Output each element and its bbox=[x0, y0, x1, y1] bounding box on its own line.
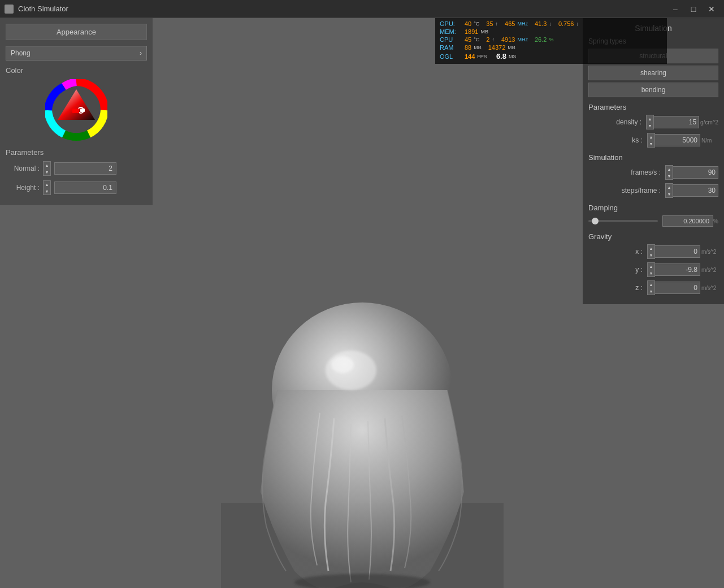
grav-z-input[interactable] bbox=[655, 282, 700, 294]
cpu-val2: 2 bbox=[486, 36, 489, 43]
density-up[interactable]: ▲ bbox=[647, 115, 653, 122]
gpu-stat-row: GPU: 40 °C 35 ↑ 465 MHz 41.3 ↓ 0.756 ↓ bbox=[440, 20, 579, 27]
shader-selected: Phong bbox=[11, 49, 31, 57]
ks-input-wrapper: ▲ ▼ N/m bbox=[647, 133, 718, 148]
damping-value[interactable]: 0.200000 bbox=[662, 215, 713, 227]
params-label: Parameters bbox=[6, 148, 147, 157]
color-label: Color bbox=[6, 66, 147, 75]
ks-up[interactable]: ▲ bbox=[648, 133, 654, 140]
grav-y-down[interactable]: ▼ bbox=[648, 270, 654, 276]
grav-z-label: z : bbox=[588, 284, 647, 292]
left-panel: Appearance Phong › Color bbox=[0, 18, 153, 205]
gravity-label: Gravity bbox=[588, 232, 718, 241]
ram-unit1: MB bbox=[474, 45, 482, 50]
density-input[interactable] bbox=[654, 116, 699, 128]
height-up[interactable]: ▲ bbox=[44, 181, 50, 188]
gpu-val3: 465 bbox=[505, 20, 515, 27]
svg-marker-6 bbox=[58, 89, 95, 120]
svg-rect-9 bbox=[80, 109, 85, 112]
height-input[interactable]: 0.1 bbox=[54, 181, 116, 194]
steps-down[interactable]: ▼ bbox=[666, 191, 673, 197]
ram-val2: 14372 bbox=[488, 44, 506, 51]
main-viewport: Appearance Phong › Color bbox=[0, 18, 724, 588]
density-label: density : bbox=[588, 118, 646, 126]
grav-z-spin[interactable]: ▲ ▼ bbox=[647, 280, 655, 295]
density-spin[interactable]: ▲ ▼ bbox=[646, 115, 654, 129]
cpu-unit2: ↑ bbox=[492, 37, 495, 42]
grav-z-wrapper: ▲ ▼ m/s^2 bbox=[647, 280, 718, 295]
dropdown-arrow: › bbox=[140, 49, 142, 57]
grav-z-up[interactable]: ▲ bbox=[648, 281, 654, 288]
density-down[interactable]: ▼ bbox=[647, 122, 653, 129]
cloth-scene bbox=[221, 277, 504, 588]
gpu-unit5: ↓ bbox=[576, 21, 579, 27]
left-params-section: Parameters Normal : ▲ ▼ 2 Height : ▲ ▼ 0… bbox=[6, 148, 147, 195]
bending-button[interactable]: bending bbox=[588, 83, 718, 97]
fps-row: frames/s : ▲ ▼ bbox=[588, 165, 718, 180]
cpu-unit1: °C bbox=[474, 37, 479, 42]
gpu-temp-unit: °C bbox=[474, 21, 479, 27]
normal-input[interactable]: 2 bbox=[54, 162, 116, 175]
damping-slider-track[interactable] bbox=[588, 220, 658, 222]
steps-up[interactable]: ▲ bbox=[666, 184, 673, 191]
damping-row: 0.200000 % bbox=[588, 215, 718, 227]
window-title: Cloth Simulator bbox=[18, 5, 68, 13]
grav-x-down[interactable]: ▼ bbox=[648, 252, 654, 258]
damping-unit: % bbox=[713, 218, 718, 224]
height-spin[interactable]: ▲ ▼ bbox=[43, 180, 51, 195]
normal-row: Normal : ▲ ▼ 2 bbox=[6, 161, 147, 176]
normal-up[interactable]: ▲ bbox=[44, 162, 50, 168]
height-down[interactable]: ▼ bbox=[44, 188, 50, 194]
fps-down[interactable]: ▼ bbox=[666, 172, 673, 179]
grav-x-row: x : ▲ ▼ m/s^2 bbox=[588, 244, 718, 259]
fps-spin[interactable]: ▲ ▼ bbox=[665, 165, 673, 180]
fps-input[interactable] bbox=[673, 166, 718, 179]
ogl-label: OGL bbox=[440, 53, 462, 60]
ks-down[interactable]: ▼ bbox=[648, 140, 654, 147]
cpu-unit4: % bbox=[549, 37, 553, 42]
grav-z-row: z : ▲ ▼ m/s^2 bbox=[588, 280, 718, 295]
svg-point-3 bbox=[331, 356, 354, 373]
ks-spin[interactable]: ▲ ▼ bbox=[647, 133, 655, 148]
normal-down[interactable]: ▼ bbox=[44, 168, 50, 175]
maximize-button[interactable]: □ bbox=[686, 3, 701, 15]
normal-spin[interactable]: ▲ ▼ bbox=[43, 161, 51, 176]
grav-y-unit: m/s^2 bbox=[701, 267, 718, 273]
mem-val1: 1891 bbox=[465, 28, 478, 35]
grav-y-up[interactable]: ▲ bbox=[648, 263, 654, 270]
steps-input[interactable] bbox=[673, 184, 718, 197]
color-wheel-container[interactable] bbox=[6, 79, 147, 141]
cloth-svg bbox=[221, 277, 504, 588]
shearing-button[interactable]: shearing bbox=[588, 66, 718, 80]
cpu-stat-row: CPU 45 °C 2 ↑ 4913 MHz 26.2 % bbox=[440, 36, 579, 43]
close-button[interactable]: ✕ bbox=[704, 3, 719, 15]
ogl-ms: 6.8 bbox=[496, 52, 506, 60]
app-icon bbox=[5, 5, 14, 14]
minimize-button[interactable]: – bbox=[667, 3, 683, 15]
gpu-unit3: MHz bbox=[517, 21, 528, 27]
svg-rect-8 bbox=[72, 109, 79, 113]
grav-z-unit: m/s^2 bbox=[701, 285, 718, 291]
height-row: Height : ▲ ▼ 0.1 bbox=[6, 180, 147, 195]
grav-x-up[interactable]: ▲ bbox=[648, 245, 654, 252]
gpu-val4: 41.3 bbox=[535, 20, 547, 27]
damping-thumb[interactable] bbox=[592, 218, 599, 224]
shader-dropdown[interactable]: Phong › bbox=[6, 46, 147, 60]
ks-input[interactable] bbox=[655, 134, 700, 146]
color-wheel[interactable] bbox=[45, 79, 107, 141]
normal-label: Normal : bbox=[6, 165, 40, 172]
fps-label: frames/s : bbox=[588, 168, 665, 176]
svg-point-2 bbox=[326, 351, 376, 390]
steps-spin[interactable]: ▲ ▼ bbox=[665, 183, 673, 198]
grav-y-input[interactable] bbox=[655, 263, 700, 276]
grav-y-spin[interactable]: ▲ ▼ bbox=[647, 262, 655, 277]
cpu-val3: 4913 bbox=[501, 36, 515, 43]
fps-up[interactable]: ▲ bbox=[666, 166, 673, 172]
grav-x-input[interactable] bbox=[655, 245, 700, 258]
grav-x-spin[interactable]: ▲ ▼ bbox=[647, 244, 655, 259]
ram-label: RAM bbox=[440, 44, 462, 51]
steps-row: steps/frame : ▲ ▼ bbox=[588, 183, 718, 198]
damping-label: Damping bbox=[588, 204, 718, 212]
gpu-val2: 35 bbox=[486, 20, 493, 27]
grav-z-down[interactable]: ▼ bbox=[648, 288, 654, 295]
